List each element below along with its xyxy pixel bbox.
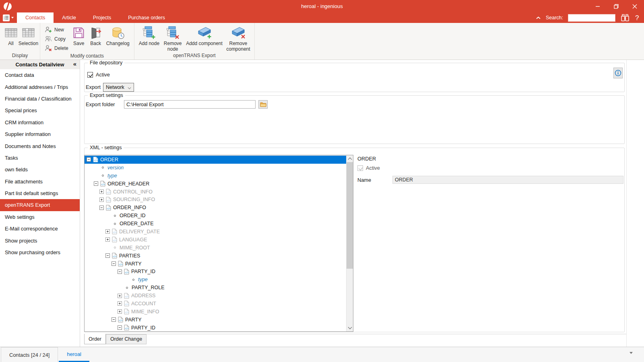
all-button[interactable]: All xyxy=(2,24,19,47)
tree-item[interactable]: </> PARTY xyxy=(85,316,346,324)
delete-button[interactable]: Delete xyxy=(43,43,70,53)
expander-minus-icon[interactable] xyxy=(94,181,98,186)
sidebar-item-contact-data[interactable]: Contact data xyxy=(0,69,80,81)
remove-node-button[interactable]: Remove node xyxy=(161,24,184,52)
tree-item[interactable]: </> SOURCING_INFO xyxy=(85,195,346,204)
add-component-button[interactable]: Addd component xyxy=(184,24,225,47)
tree-item[interactable]: PARTY_ROLE xyxy=(85,284,346,292)
detail-name-label: Name xyxy=(357,177,371,183)
sidebar-item-web-settings[interactable]: Web settings xyxy=(0,211,80,223)
changelog-button-label: Changelog xyxy=(106,41,130,47)
tree-item[interactable]: </> ACCOUNT xyxy=(85,300,346,308)
copy-button[interactable]: Copy xyxy=(43,34,70,43)
statusbar-tab-contacts[interactable]: Contacts [24 / 24] xyxy=(1,347,58,362)
tree-item[interactable]: </> ADDRESS xyxy=(85,292,346,300)
expander-minus-icon[interactable] xyxy=(111,261,116,266)
expander-plus-icon[interactable] xyxy=(105,237,110,242)
tree-item[interactable]: version xyxy=(85,164,346,172)
statusbar-dropdown-icon[interactable] xyxy=(630,352,633,354)
tree-item[interactable]: </> PARTIES xyxy=(85,252,346,260)
sidebar-item-show-projects[interactable]: Show projects xyxy=(0,234,80,246)
tree-scrollbar[interactable] xyxy=(346,155,353,331)
add-node-button[interactable]: Add node xyxy=(137,24,161,47)
expander-plus-icon[interactable] xyxy=(118,301,122,306)
sidebar-item-documents-notes[interactable]: Documents and Notes xyxy=(0,140,80,152)
tree-item[interactable]: </> ORDER_INFO xyxy=(85,204,346,212)
sidebar-item-special-prices[interactable]: Special prices xyxy=(0,105,80,116)
export-select[interactable]: Network xyxy=(103,83,134,92)
save-button[interactable]: Save xyxy=(70,24,87,47)
expander-minus-icon[interactable] xyxy=(111,317,116,322)
expander-minus-icon[interactable] xyxy=(99,206,104,210)
expander-plus-icon[interactable] xyxy=(99,189,104,194)
tab-projects[interactable]: Projects xyxy=(85,12,120,23)
tree-item[interactable]: </> PARTY_ID xyxy=(85,267,346,276)
tree-item[interactable]: </> CONTROL_INFO xyxy=(85,188,346,196)
remove-component-button[interactable]: Remove component xyxy=(225,24,252,52)
sidebar-collapse-icon[interactable] xyxy=(73,60,76,67)
sidebar-item-show-purchasing-orders[interactable]: Show purchasing orders xyxy=(0,247,80,258)
tab-order-change[interactable]: Order Change xyxy=(106,334,147,344)
detail-active-checkbox[interactable] xyxy=(357,165,363,171)
tree-item[interactable]: MIME_ROOT xyxy=(85,244,346,252)
expander-minus-icon[interactable] xyxy=(105,253,110,258)
sidebar-item-tasks[interactable]: Tasks xyxy=(0,152,80,164)
selection-button[interactable]: Selection xyxy=(19,24,37,47)
collapse-ribbon-icon[interactable] xyxy=(536,16,541,20)
tree-item[interactable]: </> ORDER xyxy=(85,156,346,164)
sidebar-item-additional-addresses[interactable]: Additional addresses / Trips xyxy=(0,81,80,93)
tree-item[interactable]: ORDER_ID xyxy=(85,212,346,220)
close-button[interactable] xyxy=(625,0,644,12)
scroll-down-icon[interactable] xyxy=(347,325,353,331)
tree-item[interactable]: type xyxy=(85,172,346,180)
search-input[interactable] xyxy=(568,14,615,22)
info-button[interactable] xyxy=(613,68,623,78)
expander-minus-icon[interactable] xyxy=(118,325,122,330)
app-menu-button[interactable] xyxy=(0,12,17,23)
remove-component-icon xyxy=(229,25,248,40)
tree-item[interactable]: </> PARTY xyxy=(85,260,346,268)
tab-purchase-orders[interactable]: Purchase orders xyxy=(120,12,173,23)
tree-item[interactable]: </> ORDER_HEADER xyxy=(85,180,346,188)
sidebar-item-file-attachments[interactable]: File attachments xyxy=(0,176,80,187)
expander-plus-icon[interactable] xyxy=(105,229,110,234)
export-folder-input[interactable] xyxy=(124,100,256,109)
scrollbar-thumb[interactable] xyxy=(347,162,353,269)
restore-button[interactable] xyxy=(607,0,625,12)
expander-plus-icon[interactable] xyxy=(118,294,122,298)
sidebar-item-email-correspondence[interactable]: E-Mail correspondence xyxy=(0,223,80,234)
back-button[interactable]: Back xyxy=(87,24,104,47)
active-checkbox[interactable] xyxy=(87,72,93,78)
tree-item[interactable]: </> DELIVERY_DATE xyxy=(85,228,346,236)
file-depository-groupbox: File depository Active Export Network xyxy=(84,63,625,92)
sidebar-item-part-list-defaults[interactable]: Part list default settings xyxy=(0,187,80,199)
help-icon[interactable]: ? xyxy=(635,14,640,21)
xml-tree[interactable]: </> ORDER version type </> ORDER_HEADER … xyxy=(84,155,353,332)
expander-minus-icon[interactable] xyxy=(87,157,91,162)
sidebar-item-opentrans-export[interactable]: openTRANS Export xyxy=(0,199,80,211)
xml-element-icon: </> xyxy=(118,261,123,267)
tree-item[interactable]: ORDER_DATE xyxy=(85,220,346,228)
tree-item[interactable]: type xyxy=(85,276,346,284)
tab-article[interactable]: Article xyxy=(54,12,85,23)
tree-item[interactable]: </> MIME_INFO xyxy=(85,308,346,316)
tree-item[interactable]: </> LANGUAGE xyxy=(85,236,346,244)
sidebar-item-financial-data[interactable]: Financial data / Classification xyxy=(0,93,80,105)
sidebar-item-crm-information[interactable]: CRM information xyxy=(0,117,80,128)
sidebar-item-own-fields[interactable]: own fields xyxy=(0,164,80,175)
tab-contacts[interactable]: Contacts xyxy=(17,12,54,23)
changelog-button[interactable]: Changelog xyxy=(104,24,132,47)
statusbar-tab-heroal[interactable]: heroal xyxy=(59,347,89,362)
expander-plus-icon[interactable] xyxy=(99,197,104,202)
expander-plus-icon[interactable] xyxy=(118,309,122,314)
tree-item[interactable]: </> PARTY_ID xyxy=(85,324,346,332)
detail-name-input[interactable] xyxy=(392,176,623,184)
advanced-search-icon[interactable] xyxy=(620,14,630,22)
browse-folder-button[interactable] xyxy=(258,100,268,109)
new-button[interactable]: New xyxy=(43,25,70,34)
sidebar-item-supplier-information[interactable]: Supplier information xyxy=(0,128,80,140)
minimize-button[interactable] xyxy=(588,0,607,12)
scroll-up-icon[interactable] xyxy=(347,155,353,162)
expander-minus-icon[interactable] xyxy=(118,269,122,274)
tab-order[interactable]: Order xyxy=(84,334,106,344)
